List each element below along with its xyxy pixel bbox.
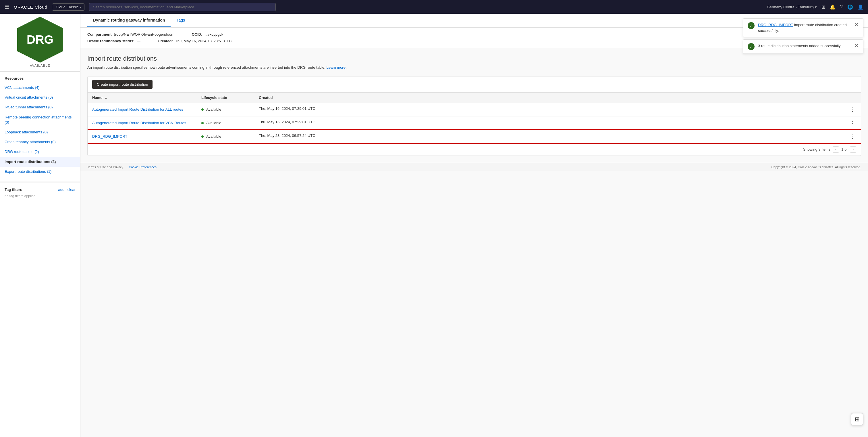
sidebar-item-import-route-distributions[interactable]: Import route distributions (3): [0, 157, 80, 167]
redundancy-value: —: [137, 39, 141, 43]
tab-drg-information[interactable]: Dynamic routing gateway information: [87, 14, 170, 27]
region-selector[interactable]: Germany Central (Frankfurt) ▾: [767, 5, 817, 9]
ocid-label: OCID:: [192, 32, 203, 36]
table-toolbar: Create import route distribution: [88, 77, 861, 93]
row-2-name-link[interactable]: Autogenerated Import Route Distribution …: [92, 121, 186, 125]
import-route-distributions-table: Create import route distribution Name ▲ …: [87, 76, 861, 156]
footer-links: Terms of Use and Privacy Cookie Preferen…: [87, 165, 157, 169]
sidebar-item-drg-route-tables[interactable]: DRG route tables (2): [0, 147, 80, 157]
tag-filter-separator: |: [65, 187, 67, 192]
cloud-classic-button[interactable]: Cloud Classic ›: [52, 3, 85, 11]
row-2-state-cell: Available: [197, 116, 254, 130]
showing-items-text: Showing 3 items: [803, 147, 830, 151]
main-content: Import route distributions An import rou…: [81, 48, 868, 163]
row-1-state-text: Available: [206, 107, 221, 112]
language-globe-icon[interactable]: 🌐: [847, 4, 853, 10]
row-3-name-cell: DRG_RDG_IMPORT: [88, 130, 197, 143]
row-1-created-text: Thu, May 16, 2024, 07:29:01 UTC: [259, 106, 315, 111]
drg-rdg-import-link-toast[interactable]: DRG_RDG_IMPORT: [758, 23, 793, 27]
sidebar-item-virtual-circuit[interactable]: Virtual circuit attachments (0): [0, 93, 80, 103]
toast-2-success-icon: ✓: [748, 43, 754, 50]
tag-filters-label: Tag filters: [5, 187, 22, 192]
toast-2-close-button[interactable]: ✕: [854, 43, 859, 48]
user-account-icon[interactable]: 👤: [858, 4, 863, 10]
compartment-value: (root)/NETWORK/IwanHoogendoorn: [114, 32, 175, 36]
row-2-created-cell: Thu, May 16, 2024, 07:29:01 UTC ⋮: [254, 116, 861, 130]
available-badge: AVAILABLE: [30, 64, 50, 67]
row-3-status-dot: [202, 136, 204, 138]
toast-1: ✓ DRG_RDG_IMPORT import route distributi…: [743, 19, 863, 37]
cookie-preferences-link[interactable]: Cookie Preferences: [129, 165, 157, 169]
row-2-created-text: Thu, May 16, 2024, 07:29:01 UTC: [259, 120, 315, 124]
create-import-route-distribution-button[interactable]: Create import route distribution: [92, 80, 153, 89]
notification-bell-icon[interactable]: 🔔: [830, 4, 836, 10]
tab-tags[interactable]: Tags: [170, 14, 191, 27]
row-1-state-cell: Available: [197, 103, 254, 116]
toast-2-body: 3 route distribution statements added su…: [758, 43, 851, 49]
toast-1-success-icon: ✓: [748, 22, 754, 29]
nav-icons: ⊞ 🔔 ? 🌐 👤: [822, 4, 863, 10]
sidebar-item-loopback[interactable]: Loopback attachments (0): [0, 127, 80, 137]
distributions-table: Name ▲ Lifecycle state Created Autogener…: [88, 93, 861, 143]
drg-rdg-import-name-link[interactable]: DRG_RDG_IMPORT: [92, 134, 127, 139]
sort-name-icon: ▲: [104, 96, 107, 99]
compartment-info: Compartment (root)/NETWORK/IwanHoogendoo…: [87, 32, 175, 36]
clear-tag-filter-link[interactable]: clear: [67, 187, 75, 192]
global-search-input[interactable]: [89, 3, 276, 11]
ocid-info: OCID: ...vxqqcgvk: [192, 32, 223, 36]
created-info: Created: Thu, May 16, 2024, 07:28:51 UTC: [158, 39, 231, 43]
created-value: Thu, May 16, 2024, 07:28:51 UTC: [175, 39, 232, 43]
column-header-name[interactable]: Name ▲: [88, 93, 197, 103]
learn-more-link[interactable]: Learn more: [326, 65, 345, 69]
console-icon[interactable]: ⊞: [822, 4, 825, 10]
pagination-next-button[interactable]: ›: [850, 146, 856, 153]
help-widget-button[interactable]: ⊞: [851, 413, 863, 426]
sidebar-item-vcn-attachments[interactable]: VCN attachments (4): [0, 83, 80, 93]
compartment-label: Compartment: [87, 32, 112, 36]
toast-2-message: 3 route distribution statements added su…: [758, 44, 841, 48]
table-footer: Showing 3 items ‹ 1 of ›: [88, 143, 861, 155]
redundancy-label: Oracle redundancy status:: [87, 39, 134, 43]
pagination-prev-button[interactable]: ‹: [833, 146, 839, 153]
resources-label: Resources: [0, 73, 80, 83]
drg-logo-text: DRG: [27, 33, 54, 47]
no-tag-filters-text: no tag filters applied: [5, 194, 75, 198]
table-row: Autogenerated Import Route Distribution …: [88, 116, 861, 130]
row-2-status-dot: [202, 122, 204, 124]
toast-2: ✓ 3 route distribution statements added …: [743, 39, 863, 54]
sidebar-item-export-route-distributions[interactable]: Export route distributions (1): [0, 167, 80, 177]
tag-filters-section: Tag filters add | clear no tag filters a…: [0, 182, 80, 203]
toast-1-body: DRG_RDG_IMPORT import route distribution…: [758, 22, 851, 33]
help-icon[interactable]: ?: [840, 4, 843, 10]
page-info-text: 1 of: [841, 147, 847, 151]
row-3-created-cell: Thu, May 23, 2024, 06:57:24 UTC ⋮: [254, 130, 861, 143]
add-tag-filter-link[interactable]: add: [58, 187, 64, 192]
sidebar: DRG AVAILABLE Resources VCN attachments …: [0, 14, 81, 437]
toast-1-close-button[interactable]: ✕: [854, 22, 859, 27]
row-3-actions-menu-button[interactable]: ⋮: [849, 134, 856, 140]
row-1-actions-menu-button[interactable]: ⋮: [849, 106, 856, 113]
hamburger-menu[interactable]: ☰: [5, 4, 9, 10]
section-description: An import route distribution specifies h…: [87, 65, 861, 70]
nav-right: Germany Central (Frankfurt) ▾ ⊞ 🔔 ? 🌐 👤: [767, 4, 863, 10]
created-label: Created:: [158, 39, 173, 43]
redundancy-info: Oracle redundancy status: —: [87, 39, 141, 43]
terms-of-use-link[interactable]: Terms of Use and Privacy: [87, 165, 123, 169]
table-header-row: Name ▲ Lifecycle state Created: [88, 93, 861, 103]
row-1-name-link[interactable]: Autogenerated Import Route Distribution …: [92, 107, 183, 112]
notifications-container: ✓ DRG_RDG_IMPORT import route distributi…: [743, 19, 863, 54]
column-name-label: Name: [92, 95, 102, 100]
top-navigation: ☰ ORACLE Cloud Cloud Classic › Germany C…: [0, 0, 868, 14]
sidebar-item-remote-peering[interactable]: Remote peering connection attachments (0…: [0, 112, 80, 127]
table-row: Autogenerated Import Route Distribution …: [88, 103, 861, 116]
row-2-actions-menu-button[interactable]: ⋮: [849, 120, 856, 126]
ocid-value: ...vxqqcgvk: [205, 32, 223, 36]
tag-filters-links: add | clear: [58, 187, 75, 192]
sidebar-item-cross-tenancy[interactable]: Cross-tenancy attachments (0): [0, 137, 80, 147]
main-layout: DRG AVAILABLE Resources VCN attachments …: [0, 14, 868, 437]
row-1-name-cell: Autogenerated Import Route Distribution …: [88, 103, 197, 116]
column-header-lifecycle-state: Lifecycle state: [197, 93, 254, 103]
drg-logo-wrapper: DRG AVAILABLE: [0, 14, 80, 70]
sidebar-item-ipsec[interactable]: IPSec tunnel attachments (0): [0, 103, 80, 112]
help-widget-icon: ⊞: [855, 416, 860, 423]
